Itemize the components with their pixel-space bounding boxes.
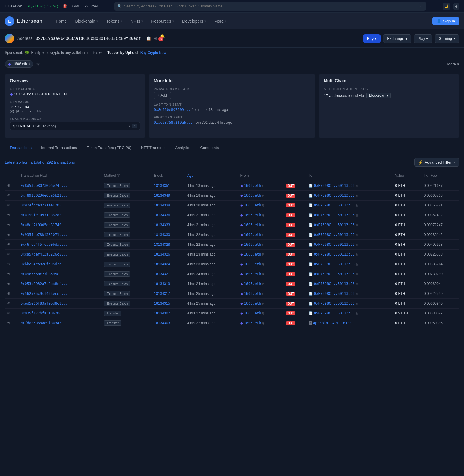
tx-hash-link[interactable]: 0x035f177bfa3a06206... [21, 311, 68, 315]
eye-icon[interactable]: 👁 [7, 223, 11, 227]
to-address[interactable]: 0xF7598C...50113bC3 [314, 262, 355, 266]
tx-hash-link[interactable]: 0x9354ae78bf382071b... [21, 233, 68, 237]
copy-from-icon[interactable]: ⎘ [262, 204, 264, 207]
copy-from-icon[interactable]: ⎘ [262, 312, 264, 315]
copy-to-icon[interactable]: ⎘ [356, 292, 358, 295]
tx-hash-link[interactable]: 0xca57cef413a8226c8... [21, 252, 68, 256]
copy-from-icon[interactable]: ⎘ [262, 223, 264, 227]
block-link[interactable]: 18134307 [154, 311, 170, 315]
block-link[interactable]: 18134349 [154, 193, 170, 198]
signin-button[interactable]: 👤 Sign In [432, 17, 459, 25]
from-address[interactable]: 1606.eth [244, 193, 261, 198]
method-info-icon[interactable]: ⓘ [117, 173, 120, 178]
tx-hash-link[interactable]: 0xbbc04ca8c8fc95d7a... [21, 262, 68, 266]
to-address[interactable]: 0xF7598C...50113bC3 [314, 233, 355, 237]
copy-to-icon[interactable]: ⎘ [356, 263, 358, 266]
to-address[interactable]: 0xF7598C...50113bC3 [314, 311, 355, 315]
tx-hash-link[interactable]: 0xa8cf7f0005dc81740... [21, 223, 68, 227]
copy-from-icon[interactable]: ⎘ [262, 282, 264, 286]
tx-hash-link[interactable]: 0x924f4ce0271ee4205... [21, 203, 68, 207]
block-link[interactable]: 18134351 [154, 184, 170, 188]
copy-to-icon[interactable]: ⎘ [356, 194, 358, 197]
from-address[interactable]: 1606.eth [244, 203, 261, 207]
from-address[interactable]: 1606.eth [244, 292, 261, 296]
block-link[interactable]: 18134319 [154, 282, 170, 286]
from-address[interactable]: 1606.eth [244, 301, 261, 306]
block-link[interactable]: 18134336 [154, 213, 170, 217]
copy-icon[interactable]: ⎘ [132, 124, 137, 128]
eye-icon[interactable]: 👁 [7, 311, 11, 315]
brand[interactable]: E Etherscan [5, 16, 43, 26]
play-button[interactable]: Play▾ [414, 34, 432, 43]
to-address[interactable]: 0xF7598C...50113bC3 [314, 272, 355, 276]
from-address[interactable]: 1606.eth [244, 233, 261, 237]
eye-icon[interactable]: 👁 [7, 233, 11, 237]
to-address[interactable]: 0xF7598C...50113bC3 [314, 203, 355, 207]
to-address[interactable]: 0xF7598C...50113bC3 [314, 184, 355, 188]
tab-internal-transactions[interactable]: Internal Transactions [36, 142, 82, 154]
tab-analytics[interactable]: Analytics [170, 142, 195, 154]
eye-icon[interactable]: 👁 [7, 292, 11, 296]
eye-icon[interactable]: 👁 [7, 252, 11, 256]
eye-icon[interactable]: 👁 [7, 213, 11, 217]
eye-icon[interactable]: 👁 [7, 272, 11, 276]
exchange-button[interactable]: Exchange▾ [383, 34, 411, 43]
tab-comments[interactable]: Comments [196, 142, 224, 154]
to-address[interactable]: Apecoin: APE Token [313, 321, 352, 325]
last-txn-hash[interactable]: 0x8d53be807309... [154, 108, 190, 112]
eye-icon[interactable]: 👁 [7, 321, 11, 325]
tx-hash-link[interactable]: 0xa96766bc27bb695c... [21, 272, 66, 276]
from-address[interactable]: 1606.eth [244, 184, 261, 188]
nav-tokens[interactable]: Tokens▾ [103, 16, 126, 26]
token-holdings-dropdown[interactable]: $7,078.34 (>145 Tokens) ▾ ⎘ [10, 122, 140, 130]
to-address[interactable]: 0xF7598C...50113bC3 [314, 292, 355, 296]
tx-hash-link[interactable]: 0xfdab5a63ad9fba345... [21, 321, 68, 325]
copy-from-icon[interactable]: ⎘ [262, 243, 264, 246]
copy-to-icon[interactable]: ⎘ [356, 302, 358, 305]
from-address[interactable]: 1606.eth [244, 321, 261, 325]
to-address[interactable]: 0xF7598C...50113bC3 [314, 252, 355, 256]
eth-tag[interactable]: ◆ 1606.eth ℹ [5, 60, 33, 68]
gaming-button[interactable]: Gaming▾ [435, 34, 459, 43]
copy-to-icon[interactable]: ⎘ [356, 223, 358, 227]
from-address[interactable]: 1606.eth [244, 242, 261, 247]
copy-address-button[interactable]: 📋 [146, 34, 151, 43]
to-address[interactable]: 0xF7598C...50113bC3 [314, 213, 355, 217]
block-link[interactable]: 18134317 [154, 292, 170, 296]
sponsored-cta[interactable]: Buy Crypto Now [140, 51, 166, 55]
tx-hash-link[interactable]: 0xa199fe1a971db32ab... [21, 213, 68, 217]
tab-nft-transfers[interactable]: NFT Transfers [136, 142, 171, 154]
buy-button[interactable]: Buy▾ [363, 34, 381, 43]
from-address[interactable]: 1606.eth [244, 213, 261, 217]
copy-to-icon[interactable]: ⎘ [356, 184, 358, 187]
block-link[interactable]: 18134328 [154, 242, 170, 247]
copy-to-icon[interactable]: ⎘ [356, 273, 358, 276]
from-address[interactable]: 1606.eth [244, 252, 261, 256]
eye-icon[interactable]: 👁 [7, 301, 11, 306]
search-input[interactable] [124, 4, 416, 8]
copy-to-icon[interactable]: ⎘ [356, 204, 358, 207]
dark-mode-toggle[interactable]: 🌙 [443, 3, 450, 10]
copy-from-icon[interactable]: ⎘ [262, 322, 264, 325]
block-link[interactable]: 18134303 [154, 321, 170, 325]
copy-to-icon[interactable]: ⎘ [356, 312, 358, 315]
copy-to-icon[interactable]: ⎘ [356, 214, 358, 217]
search-bar[interactable]: 🔍 / [114, 2, 426, 11]
block-link[interactable]: 18134326 [154, 252, 170, 256]
nav-nfts[interactable]: NFTs▾ [127, 16, 146, 26]
eye-icon[interactable]: 👁 [7, 262, 11, 266]
nav-resources[interactable]: Resources▾ [148, 16, 177, 26]
copy-to-icon[interactable]: ⎘ [356, 243, 358, 246]
tx-hash-link[interactable]: 0xed5e66f83af9bd8c8... [21, 301, 68, 306]
block-link[interactable]: 18134324 [154, 262, 170, 266]
tab-token-transfers[interactable]: Token Transfers (ERC-20) [82, 142, 136, 154]
add-tag-button[interactable]: + Add [154, 92, 171, 99]
eye-icon[interactable]: 👁 [7, 242, 11, 247]
nav-home[interactable]: Home [52, 16, 70, 26]
copy-from-icon[interactable]: ⎘ [262, 302, 264, 305]
from-address[interactable]: 1606.eth [244, 272, 261, 276]
block-link[interactable]: 18134315 [154, 301, 170, 306]
first-txn-hash[interactable]: 0xae38758a2f9ab... [154, 120, 193, 125]
copy-from-icon[interactable]: ⎘ [262, 273, 264, 276]
to-address[interactable]: 0xF7598C...50113bC3 [314, 282, 355, 286]
